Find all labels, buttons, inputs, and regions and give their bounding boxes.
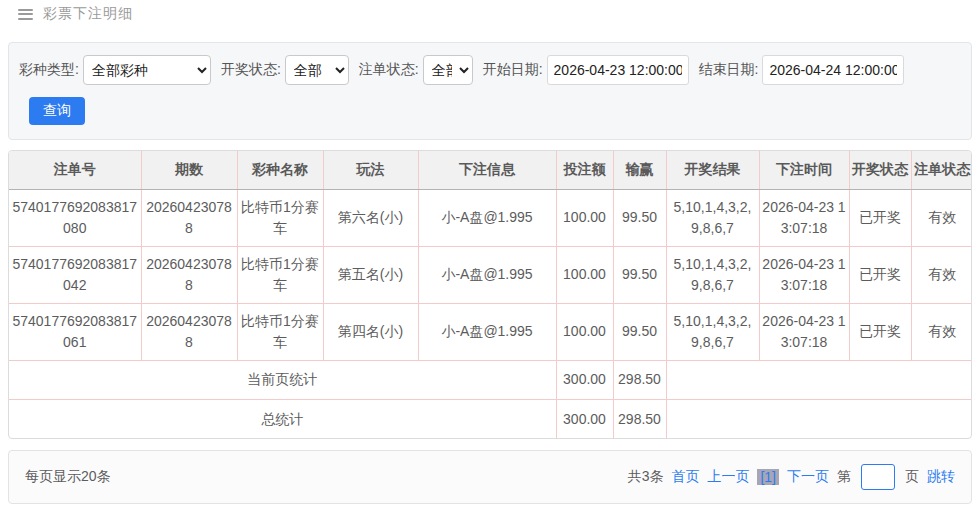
cell-bet-info: 小-A盘@1.995 <box>418 246 556 303</box>
cell-win-loss: 99.50 <box>613 303 666 360</box>
table-row: 5740177692083817080 202604230788 比特币1分赛车… <box>9 189 972 246</box>
page-summary-empty <box>666 360 972 399</box>
start-date-label: 开始日期: <box>483 61 543 79</box>
cell-order-status: 有效 <box>911 246 972 303</box>
col-win-loss: 输赢 <box>613 151 666 189</box>
cell-order-id: 5740177692083817061 <box>9 303 141 360</box>
page-summary-bet-total: 300.00 <box>556 360 613 399</box>
page-title: 彩票下注明细 <box>43 5 133 23</box>
cell-draw-result: 5,10,1,4,3,2,9,8,6,7 <box>666 303 759 360</box>
total-summary-empty <box>666 399 972 438</box>
table-header-row: 注单号 期数 彩种名称 玩法 下注信息 投注额 输赢 开奖结果 下注时间 开奖状… <box>9 151 972 189</box>
draw-status-label: 开奖状态: <box>221 61 281 79</box>
start-date-input[interactable] <box>547 55 689 85</box>
end-date-input[interactable] <box>762 55 904 85</box>
cell-order-id: 5740177692083817042 <box>9 246 141 303</box>
first-page-link[interactable]: 首页 <box>671 468 699 486</box>
pagination-panel: 每页显示20条 共3条 首页 上一页 [1] 下一页 第 页 跳转 <box>8 450 972 504</box>
draw-status-select[interactable]: 全部 <box>285 55 349 85</box>
cell-bet-time: 2026-04-23 13:07:18 <box>759 246 849 303</box>
col-bet-info: 下注信息 <box>418 151 556 189</box>
col-draw-result: 开奖结果 <box>666 151 759 189</box>
cell-lottery-name: 比特币1分赛车 <box>237 303 323 360</box>
col-lottery-name: 彩种名称 <box>237 151 323 189</box>
lottery-type-label: 彩种类型: <box>19 61 79 79</box>
cell-bet-amount: 100.00 <box>556 303 613 360</box>
cell-order-id: 5740177692083817080 <box>9 189 141 246</box>
col-play: 玩法 <box>323 151 418 189</box>
top-bar: 彩票下注明细 <box>0 0 980 26</box>
cell-bet-amount: 100.00 <box>556 246 613 303</box>
col-bet-amount: 投注额 <box>556 151 613 189</box>
col-draw-status: 开奖状态 <box>849 151 911 189</box>
cell-lottery-name: 比特币1分赛车 <box>237 246 323 303</box>
page-size-text: 每页显示20条 <box>25 468 111 486</box>
page-summary-row: 当前页统计 300.00 298.50 <box>9 360 972 399</box>
pagination: 共3条 首页 上一页 [1] 下一页 第 页 跳转 <box>628 464 955 490</box>
cell-period: 202604230788 <box>141 303 237 360</box>
cell-win-loss: 99.50 <box>613 246 666 303</box>
jump-link[interactable]: 跳转 <box>927 468 955 486</box>
col-period: 期数 <box>141 151 237 189</box>
filter-panel: 彩种类型: 全部彩种 开奖状态: 全部 注单状态: 全部 开始日期: 结束日期:… <box>8 42 972 140</box>
cell-play: 第四名(小) <box>323 303 418 360</box>
cell-period: 202604230788 <box>141 189 237 246</box>
jump-suffix-label: 页 <box>905 468 919 486</box>
hamburger-icon[interactable] <box>18 9 33 20</box>
order-status-select[interactable]: 全部 <box>423 55 473 85</box>
total-summary-label: 总统计 <box>9 399 556 438</box>
total-summary-bet-total: 300.00 <box>556 399 613 438</box>
order-status-label: 注单状态: <box>359 61 419 79</box>
bet-table-panel: 注单号 期数 彩种名称 玩法 下注信息 投注额 输赢 开奖结果 下注时间 开奖状… <box>8 150 972 439</box>
page-summary-win-total: 298.50 <box>613 360 666 399</box>
cell-draw-result: 5,10,1,4,3,2,9,8,6,7 <box>666 246 759 303</box>
cell-draw-status: 已开奖 <box>849 189 911 246</box>
cell-draw-status: 已开奖 <box>849 246 911 303</box>
col-order-status: 注单状态 <box>911 151 972 189</box>
cell-draw-result: 5,10,1,4,3,2,9,8,6,7 <box>666 189 759 246</box>
cell-period: 202604230788 <box>141 246 237 303</box>
total-summary-row: 总统计 300.00 298.50 <box>9 399 972 438</box>
col-bet-time: 下注时间 <box>759 151 849 189</box>
prev-page-link[interactable]: 上一页 <box>707 468 749 486</box>
bet-table: 注单号 期数 彩种名称 玩法 下注信息 投注额 输赢 开奖结果 下注时间 开奖状… <box>9 151 972 438</box>
cell-draw-status: 已开奖 <box>849 303 911 360</box>
cell-order-status: 有效 <box>911 189 972 246</box>
search-button[interactable]: 查询 <box>29 97 85 125</box>
cell-bet-info: 小-A盘@1.995 <box>418 189 556 246</box>
total-summary-win-total: 298.50 <box>613 399 666 438</box>
col-order-id: 注单号 <box>9 151 141 189</box>
end-date-label: 结束日期: <box>699 61 759 79</box>
page-summary-label: 当前页统计 <box>9 360 556 399</box>
cell-lottery-name: 比特币1分赛车 <box>237 189 323 246</box>
current-page-indicator: [1] <box>757 469 779 485</box>
next-page-link[interactable]: 下一页 <box>787 468 829 486</box>
page-jump-input[interactable] <box>861 464 895 490</box>
cell-bet-info: 小-A盘@1.995 <box>418 303 556 360</box>
total-count-text: 共3条 <box>628 468 664 486</box>
lottery-type-select[interactable]: 全部彩种 <box>83 55 211 85</box>
table-row: 5740177692083817042 202604230788 比特币1分赛车… <box>9 246 972 303</box>
table-row: 5740177692083817061 202604230788 比特币1分赛车… <box>9 303 972 360</box>
cell-win-loss: 99.50 <box>613 189 666 246</box>
cell-play: 第六名(小) <box>323 189 418 246</box>
jump-prefix-label: 第 <box>837 468 851 486</box>
cell-bet-amount: 100.00 <box>556 189 613 246</box>
cell-play: 第五名(小) <box>323 246 418 303</box>
cell-bet-time: 2026-04-23 13:07:18 <box>759 303 849 360</box>
cell-bet-time: 2026-04-23 13:07:18 <box>759 189 849 246</box>
cell-order-status: 有效 <box>911 303 972 360</box>
